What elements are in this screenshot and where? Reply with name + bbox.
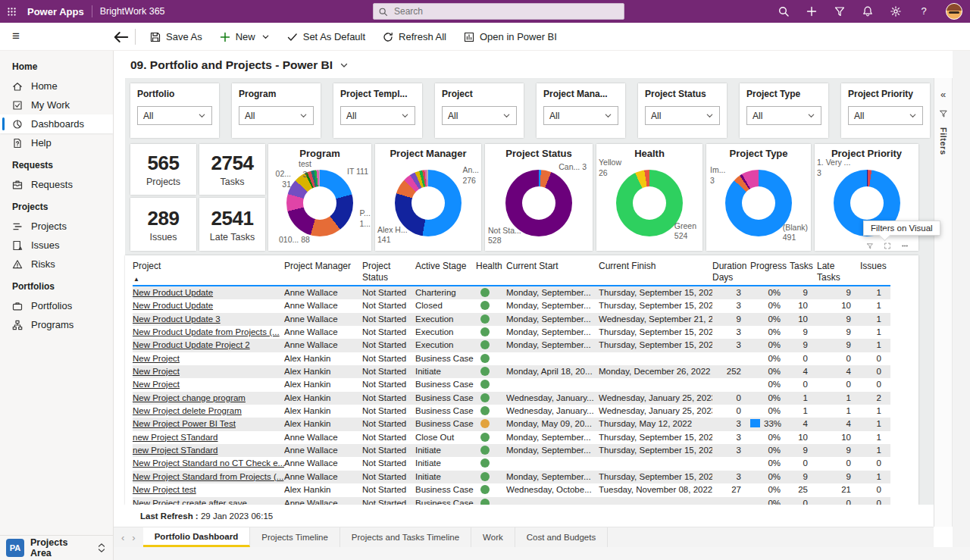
tab-next-icon[interactable]: › xyxy=(132,532,135,543)
expand-filters-icon[interactable]: « xyxy=(940,89,946,100)
table-row[interactable]: New Product UpdateAnne WallaceNot Starte… xyxy=(133,299,890,312)
cell-project[interactable]: New Project Standard from Projects (... xyxy=(133,471,284,483)
tab-portfolio-dashboard[interactable]: Portfolio Dashboard xyxy=(143,527,251,547)
sidebar-item-requests[interactable]: Requests xyxy=(0,175,113,194)
visual-filter-icon[interactable] xyxy=(865,242,875,250)
app-name[interactable]: Power Apps xyxy=(27,6,84,17)
tab-projects-timeline[interactable]: Projects Timeline xyxy=(250,527,340,547)
search-input[interactable] xyxy=(393,5,605,17)
global-search[interactable] xyxy=(373,3,624,20)
table-row[interactable]: new Project STandardAnne WallaceNot Star… xyxy=(133,431,890,444)
table-row[interactable]: New Product Update 3Anne WallaceNot Star… xyxy=(133,313,890,326)
visual-more-options-icon[interactable] xyxy=(900,242,910,250)
column-header-project[interactable]: Project xyxy=(133,261,284,285)
slicer-dropdown[interactable]: All xyxy=(848,106,923,125)
cell-project[interactable]: New Project xyxy=(133,352,284,365)
table-row[interactable]: New ProjectAlex HankinNot StartedInitiat… xyxy=(133,365,890,378)
cell-project[interactable]: New Product Update from Projects (... xyxy=(133,326,284,339)
column-header-late-tasks[interactable]: Late Tasks xyxy=(817,261,860,285)
settings-gear-icon[interactable] xyxy=(890,5,902,17)
cell-project[interactable]: New Product Update xyxy=(133,299,284,312)
command-button-save-as[interactable]: Save As xyxy=(141,26,211,48)
command-button-refresh-all[interactable]: Refresh All xyxy=(374,26,455,48)
cell-project[interactable]: New Project change program xyxy=(133,392,284,405)
column-header-project-status[interactable]: Project Status xyxy=(362,261,415,285)
user-avatar[interactable] xyxy=(946,3,962,20)
command-button-open-in-power-bi[interactable]: Open in Power BI xyxy=(455,26,565,48)
help-icon[interactable]: ? xyxy=(918,5,930,17)
column-header-issues[interactable]: Issues xyxy=(860,261,890,285)
tab-work[interactable]: Work xyxy=(471,527,515,547)
sidebar-item-my-work[interactable]: My Work xyxy=(0,95,113,114)
cell-project[interactable]: New Project Standard no CT Check e... xyxy=(133,457,284,470)
search-icon[interactable] xyxy=(778,5,790,17)
cell-project[interactable]: New Project delete Program xyxy=(133,405,284,418)
column-header-project-manager[interactable]: Project Manager xyxy=(284,261,362,285)
column-header-progress[interactable]: Progress xyxy=(750,261,790,285)
table-row[interactable]: New Project Power BI TestAlex HankinNot … xyxy=(133,418,890,430)
command-button-new[interactable]: New xyxy=(211,26,278,48)
tab-prev-icon[interactable]: ‹ xyxy=(121,532,124,543)
cell-project[interactable]: New Project test xyxy=(133,483,284,496)
filters-pane-collapsed[interactable]: « Filters xyxy=(934,78,953,527)
sidebar-item-risks[interactable]: Risks xyxy=(0,255,113,274)
cell-project[interactable]: New Project Power BI Test xyxy=(133,418,284,430)
back-button[interactable] xyxy=(112,28,130,46)
table-row[interactable]: New ProjectAlex HankinNot StartedBusines… xyxy=(133,378,890,391)
bell-icon[interactable] xyxy=(862,5,874,17)
command-button-set-as-default[interactable]: Set As Default xyxy=(278,26,374,48)
chevron-updown-icon[interactable] xyxy=(96,542,107,554)
sidebar-item-portfolios[interactable]: Portfolios xyxy=(0,296,113,315)
table-row[interactable]: New Product Update Project 2Anne Wallace… xyxy=(133,339,890,352)
cell-project[interactable]: New Project create after save xyxy=(133,497,284,505)
table-row[interactable]: New Project delete ProgramAlex HankinNot… xyxy=(133,405,890,418)
slicer-dropdown[interactable]: All xyxy=(340,106,415,125)
cell-project[interactable]: New Project xyxy=(133,378,284,391)
cell-project[interactable]: new Project STandard xyxy=(133,431,284,444)
column-header-active-stage[interactable]: Active Stage xyxy=(415,261,476,285)
tab-cost-and-budgets[interactable]: Cost and Budgets xyxy=(515,527,608,547)
cell-project[interactable]: New Project xyxy=(133,365,284,378)
column-header-tasks[interactable]: Tasks xyxy=(790,261,817,285)
slicer-dropdown[interactable]: All xyxy=(442,106,517,125)
column-header-current-start[interactable]: Current Start xyxy=(506,261,599,285)
table-row[interactable]: New Project create after saveAnne Wallac… xyxy=(133,497,890,505)
add-icon[interactable] xyxy=(806,5,818,17)
dashboard-selector[interactable]: 09. Portfolio and Projects - Power BI xyxy=(130,58,349,72)
slicer-dropdown[interactable]: All xyxy=(543,106,618,125)
slicer-dropdown[interactable]: All xyxy=(239,106,314,125)
table-row[interactable]: new Project STandardAnne WallaceNot Star… xyxy=(133,444,890,457)
cell-project[interactable]: New Product Update Project 2 xyxy=(133,339,284,352)
tab-projects-and-tasks-timeline[interactable]: Projects and Tasks Timeline xyxy=(340,527,471,547)
slicer-dropdown[interactable]: All xyxy=(746,106,821,125)
area-switcher[interactable]: PA Projects Area xyxy=(0,535,114,560)
waffle-icon[interactable] xyxy=(0,0,23,23)
sidebar-item-programs[interactable]: Programs xyxy=(0,315,113,334)
sidebar-item-help[interactable]: Help xyxy=(0,133,113,152)
column-header-current-finish[interactable]: Current Finish xyxy=(599,261,712,285)
table-row[interactable]: New Product UpdateAnne WallaceNot Starte… xyxy=(133,286,890,299)
sidebar-item-dashboards[interactable]: Dashboards xyxy=(0,114,113,133)
table-row[interactable]: New Product Update from Projects (...Ann… xyxy=(133,326,890,339)
data-label: P... 1... xyxy=(359,208,371,229)
cell-project[interactable]: new Project STandard xyxy=(133,444,284,457)
slicer-dropdown[interactable]: All xyxy=(645,106,720,125)
visual-focus-mode-icon[interactable] xyxy=(882,242,893,250)
table-row[interactable]: New Project testAlex HankinNot StartedBu… xyxy=(133,483,890,496)
table-row[interactable]: New Project Standard no CT Check e...Ann… xyxy=(133,457,890,470)
table-row[interactable]: New Project change programAlex HankinNot… xyxy=(133,392,890,405)
table-row[interactable]: New Project Standard from Projects (...A… xyxy=(133,471,890,483)
table-row[interactable]: New ProjectAlex HankinNot StartedBusines… xyxy=(133,352,890,365)
hamburger-menu-icon[interactable]: ≡ xyxy=(8,28,24,45)
slicer-dropdown[interactable]: All xyxy=(137,106,212,125)
sidebar-item-issues[interactable]: Issues xyxy=(0,236,113,255)
sidebar-item-projects[interactable]: Projects xyxy=(0,217,113,236)
filter-icon[interactable] xyxy=(834,5,846,17)
column-header-health[interactable]: Health xyxy=(476,261,506,285)
sort-ascending-icon[interactable]: ▲ xyxy=(133,276,139,283)
sidebar-item-home[interactable]: Home xyxy=(0,77,113,95)
cell-project[interactable]: New Product Update xyxy=(133,286,284,299)
column-header-duration-days[interactable]: Duration Days xyxy=(712,261,750,285)
cell-project[interactable]: New Product Update 3 xyxy=(133,313,284,326)
environment-name[interactable]: BrightWork 365 xyxy=(100,6,165,17)
